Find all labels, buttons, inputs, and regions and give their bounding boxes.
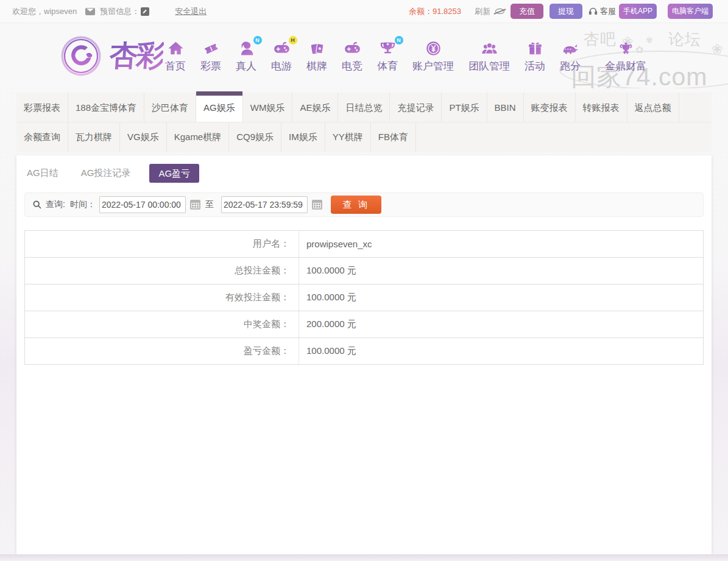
nav-item-11[interactable]: 跑分 <box>560 39 581 73</box>
main-nav: 首页彩票N真人H电游棋牌电竞N体育账户管理团队管理活动跑分金鼎财富 <box>165 39 646 73</box>
tab-row-1: 彩票报表188金宝博体育沙巴体育AG娱乐WM娱乐AE娱乐日结总览充提记录PT娱乐… <box>16 93 712 122</box>
report-row-3: 有效投注金额：100.0000 元 <box>25 284 704 311</box>
tab-PT娱乐[interactable]: PT娱乐 <box>442 93 487 122</box>
refresh-link[interactable]: 刷新 <box>475 6 490 17</box>
logo-text: 杏彩 <box>108 37 164 75</box>
start-time-input[interactable] <box>99 196 186 213</box>
nav-label: 棋牌 <box>306 59 327 73</box>
nav-label: 真人 <box>236 59 256 73</box>
query-label: 查询: <box>46 199 65 210</box>
logo-icon <box>56 32 106 80</box>
tab-IM娱乐[interactable]: IM娱乐 <box>281 122 325 152</box>
tab-彩票报表[interactable]: 彩票报表 <box>16 93 68 122</box>
nav-item-6[interactable]: 电竞 <box>342 39 362 73</box>
row-label: 中奖金额： <box>25 311 299 338</box>
logout-link[interactable]: 安全退出 <box>175 6 207 17</box>
row-value: prowipseven_xc <box>299 231 704 258</box>
badge-h: H <box>289 36 297 44</box>
watermark-text2: 论坛 <box>668 29 701 50</box>
tab-BBIN[interactable]: BBIN <box>487 93 524 122</box>
balance-label: 余额： <box>409 7 433 16</box>
badge-n: N <box>395 36 403 44</box>
time-label: 时间： <box>70 199 96 210</box>
nav-label: 彩票 <box>200 59 221 73</box>
tab-FB体育[interactable]: FB体育 <box>371 122 416 152</box>
reserved-info-label: 预留信息： <box>100 6 140 17</box>
report-row-4: 中奖金额：200.0000 元 <box>25 311 704 338</box>
subtab-AG盈亏[interactable]: AG盈亏 <box>149 164 199 183</box>
report-row-1: 用户名：prowipseven_xc <box>25 231 704 258</box>
home-icon <box>167 39 185 57</box>
withdraw-button[interactable]: 提现 <box>550 4 582 19</box>
report-row-2: 总投注金额：100.0000 元 <box>25 258 704 284</box>
tab-188金宝博体育[interactable]: 188金宝博体育 <box>68 93 144 122</box>
report-tabs: 彩票报表188金宝博体育沙巴体育AG娱乐WM娱乐AE娱乐日结总览充提记录PT娱乐… <box>16 93 712 152</box>
mail-icon[interactable] <box>85 8 95 15</box>
nav-label: 电竞 <box>342 59 362 73</box>
nav-item-10[interactable]: 活动 <box>525 39 545 73</box>
nav-label: 体育 <box>377 59 398 73</box>
balance: 余额：91.8253 <box>409 6 461 17</box>
recharge-button[interactable]: 充值 <box>511 4 543 19</box>
tab-瓦力棋牌[interactable]: 瓦力棋牌 <box>68 122 120 152</box>
tab-VG娱乐[interactable]: VG娱乐 <box>120 122 167 152</box>
tab-余额查询[interactable]: 余额查询 <box>16 122 68 152</box>
query-button[interactable]: 查 询 <box>331 196 381 214</box>
tab-row-2: 余额查询瓦力棋牌VG娱乐Kgame棋牌CQ9娱乐IM娱乐YY棋牌FB体育 <box>16 122 712 152</box>
tab-AE娱乐[interactable]: AE娱乐 <box>292 93 338 122</box>
nav-item-1[interactable]: 首页 <box>165 39 186 73</box>
calendar-icon-end[interactable] <box>312 200 322 210</box>
nav-item-12[interactable]: 金鼎财富 <box>605 39 646 73</box>
rhino-icon <box>562 39 579 57</box>
tab-返点总额[interactable]: 返点总额 <box>627 93 679 122</box>
pc-client-button[interactable]: 电脑客户端 <box>668 4 713 19</box>
customer-service[interactable]: 客服 <box>588 6 616 17</box>
nav-label: 金鼎财富 <box>605 59 646 73</box>
report-table: 用户名：prowipseven_xc总投注金额：100.0000 元有效投注金额… <box>24 230 704 365</box>
tab-账变报表[interactable]: 账变报表 <box>524 93 576 122</box>
tab-CQ9娱乐[interactable]: CQ9娱乐 <box>229 122 281 152</box>
nav-item-4[interactable]: H电游 <box>271 39 292 73</box>
eye-off-icon[interactable] <box>494 7 506 16</box>
nav-label: 账户管理 <box>412 59 454 73</box>
tab-转账报表[interactable]: 转账报表 <box>576 93 627 122</box>
row-label: 总投注金额： <box>25 258 299 284</box>
row-value: 100.0000 元 <box>299 258 704 284</box>
tab-AG娱乐[interactable]: AG娱乐 <box>196 93 243 122</box>
mobile-app-button[interactable]: 手机APP <box>619 4 657 19</box>
row-value: 100.0000 元 <box>299 284 704 311</box>
service-label: 客服 <box>600 6 616 17</box>
yen-circle-icon <box>425 39 442 57</box>
edit-icon[interactable] <box>141 7 149 16</box>
trophy-icon: N <box>379 39 397 57</box>
report-row-5: 盈亏金额：100.0000 元 <box>25 338 704 365</box>
tab-沙巴体育[interactable]: 沙巴体育 <box>144 93 196 122</box>
calendar-icon-start[interactable] <box>190 200 200 210</box>
nav-label: 电游 <box>271 59 292 73</box>
nav-item-5[interactable]: 棋牌 <box>306 39 327 73</box>
row-label: 盈亏金额： <box>25 338 299 365</box>
topbar: 欢迎您，wipseven 预留信息： 安全退出 余额：91.8253 刷新 充值… <box>0 0 728 23</box>
site-logo[interactable]: 杏彩 <box>56 32 163 80</box>
tab-充提记录[interactable]: 充提记录 <box>390 93 442 122</box>
tab-YY棋牌[interactable]: YY棋牌 <box>325 122 371 152</box>
nav-item-9[interactable]: 团队管理 <box>468 39 510 73</box>
nav-item-8[interactable]: 账户管理 <box>412 39 454 73</box>
badge-n: N <box>253 36 262 44</box>
subtab-AG日结[interactable]: AG日结 <box>27 168 58 179</box>
person-icon: N <box>238 39 255 57</box>
sub-tabs: AG日结AG投注记录AG盈亏 <box>16 155 712 183</box>
tab-WM娱乐[interactable]: WM娱乐 <box>243 93 293 122</box>
tab-Kgame棋牌[interactable]: Kgame棋牌 <box>167 122 230 152</box>
ticket-icon <box>202 39 220 57</box>
welcome-text: 欢迎您，wipseven <box>12 6 77 17</box>
nav-item-2[interactable]: 彩票 <box>200 39 221 73</box>
query-bar: 查询: 时间： 至 查 询 <box>24 192 704 217</box>
nav-item-3[interactable]: N真人 <box>236 39 256 73</box>
tab-日结总览[interactable]: 日结总览 <box>338 93 390 122</box>
subtab-AG投注记录[interactable]: AG投注记录 <box>81 168 131 179</box>
nav-item-7[interactable]: N体育 <box>377 39 398 73</box>
search-icon <box>32 200 42 210</box>
gift-icon <box>526 39 544 57</box>
end-time-input[interactable] <box>221 196 308 213</box>
